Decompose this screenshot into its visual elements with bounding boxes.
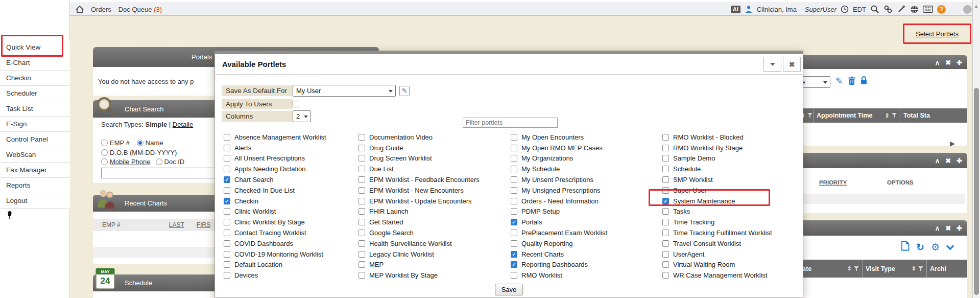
- portlet-option[interactable]: MEP: [358, 260, 511, 270]
- filter-icon[interactable]: [892, 113, 897, 118]
- portlet-option[interactable]: RMO Worklist: [511, 270, 662, 281]
- checkbox-icon[interactable]: [662, 240, 669, 247]
- checkbox-icon[interactable]: [511, 134, 517, 141]
- dialog-collapse-button[interactable]: [763, 57, 781, 72]
- move-icon[interactable]: ✚: [957, 225, 962, 232]
- radio-doc-id[interactable]: Doc ID: [156, 158, 185, 166]
- sidebar-item[interactable]: WebScan: [0, 147, 70, 163]
- checkbox-icon[interactable]: [662, 166, 669, 172]
- checkbox-icon[interactable]: [662, 134, 669, 141]
- collapse-icon[interactable]: ∧: [935, 225, 940, 232]
- appointment-time-column[interactable]: Appointment Time ⇕: [813, 108, 900, 123]
- portlet-option[interactable]: ✓ Recent Charts: [511, 249, 662, 260]
- portlet-option[interactable]: Clinic Worklist By Stage: [224, 217, 358, 227]
- checkbox-icon[interactable]: [358, 230, 365, 236]
- portlet-option[interactable]: Documentation Video: [358, 132, 511, 143]
- portlet-option[interactable]: Sample Demo: [662, 153, 805, 164]
- portlet-option[interactable]: Appts Needing Dictation: [224, 164, 358, 174]
- checkbox-icon[interactable]: [511, 155, 517, 162]
- checkbox-icon[interactable]: [662, 230, 669, 236]
- priority-column[interactable]: PRIORITY: [819, 179, 847, 186]
- portlet-option[interactable]: ✓ Chart Search: [224, 174, 358, 185]
- documents-panel-header[interactable]: ∧ ✖ ✚: [795, 220, 967, 236]
- checkbox-icon[interactable]: [224, 166, 230, 172]
- close-icon[interactable]: ✖: [945, 157, 951, 164]
- clock-icon[interactable]: [841, 5, 849, 13]
- sidebar-item[interactable]: Task List: [0, 101, 70, 117]
- portlet-option[interactable]: My Unsent Prescriptions: [511, 174, 662, 185]
- radio-dob[interactable]: D.O.B (MM-DD-YYYY): [101, 149, 177, 156]
- select-portlets-link[interactable]: Select Portlets: [916, 30, 959, 38]
- gear-icon[interactable]: ⚙: [931, 242, 940, 252]
- checkbox-icon[interactable]: [358, 251, 365, 258]
- portlet-option[interactable]: Alerts: [224, 143, 358, 153]
- checkbox-icon[interactable]: [358, 187, 365, 194]
- sidebar-item[interactable]: Fax Manager: [0, 163, 70, 178]
- keyboard-icon[interactable]: [923, 6, 933, 13]
- portlet-option[interactable]: COVID Dashboards: [224, 238, 358, 249]
- checkbox-icon[interactable]: [358, 145, 365, 151]
- sort-icon[interactable]: ⇕: [912, 265, 916, 272]
- checkbox-icon[interactable]: [224, 187, 230, 194]
- wand-icon[interactable]: [897, 5, 906, 14]
- breadcrumb-orders[interactable]: Orders: [91, 6, 111, 13]
- portlet-option[interactable]: Drug Screen Worklist: [358, 153, 511, 164]
- portlet-option[interactable]: WR Case Management Worklist: [662, 270, 805, 281]
- link-icon[interactable]: [883, 5, 893, 14]
- checkbox-icon[interactable]: [224, 230, 230, 236]
- checkbox-icon[interactable]: [358, 134, 365, 141]
- search-icon[interactable]: [870, 5, 879, 14]
- checkbox-icon[interactable]: [358, 155, 365, 162]
- search-type-simple[interactable]: Simple: [146, 121, 168, 128]
- checkbox-icon[interactable]: [662, 208, 669, 215]
- total-stage-column[interactable]: Total Sta: [900, 108, 967, 123]
- checkbox-icon[interactable]: [511, 208, 517, 215]
- sidebar-item[interactable]: Control Panel: [0, 132, 70, 147]
- checkbox-icon[interactable]: [662, 176, 669, 183]
- portlet-option[interactable]: RMO Worklist - Blocked: [662, 132, 805, 143]
- portlet-option[interactable]: UserAgent: [662, 249, 805, 260]
- close-icon[interactable]: ✖: [945, 225, 951, 232]
- checkbox-icon[interactable]: ✓: [224, 198, 230, 204]
- portlet-option[interactable]: RMO Worklist By Stage: [662, 143, 805, 153]
- checkbox-icon[interactable]: [224, 251, 230, 258]
- dialog-close-button[interactable]: ✖: [783, 57, 801, 72]
- sidebar-item[interactable]: Reports: [0, 178, 70, 193]
- new-document-icon[interactable]: [901, 241, 910, 253]
- portlet-option[interactable]: FHIR Launch: [358, 207, 511, 217]
- checkbox-icon[interactable]: [511, 198, 517, 204]
- radio-mobile-phone[interactable]: Mobile Phone: [101, 158, 151, 166]
- portlet-option[interactable]: Clinic Worklist: [224, 207, 358, 217]
- checkbox-icon[interactable]: [358, 272, 365, 279]
- checkbox-icon[interactable]: [511, 272, 517, 279]
- scrollbar-thumb[interactable]: [974, 88, 979, 295]
- edit-icon[interactable]: ✎: [399, 86, 410, 96]
- home-icon[interactable]: [76, 6, 84, 13]
- checkbox-icon[interactable]: [224, 155, 230, 162]
- portlet-option[interactable]: COVID-19 Monitoring Worklist: [224, 249, 358, 260]
- filter-icon[interactable]: [807, 113, 812, 118]
- checkbox-icon[interactable]: ✓: [511, 219, 517, 225]
- checkbox-icon[interactable]: [511, 145, 517, 151]
- checkbox-icon[interactable]: [662, 145, 669, 151]
- search-type-detailed-link[interactable]: Detaile: [173, 121, 193, 128]
- portlet-option[interactable]: My Unsigned Prescriptions: [511, 185, 662, 196]
- appointments-panel-header[interactable]: ∧ ✖ ✚: [795, 55, 967, 69]
- visit-type-column[interactable]: Visit Type ⇕: [862, 260, 926, 278]
- checkbox-icon[interactable]: [358, 198, 365, 204]
- checkbox-icon[interactable]: [224, 240, 230, 247]
- checkbox-icon[interactable]: [358, 261, 365, 268]
- chart-search-input[interactable]: [101, 168, 229, 178]
- portlet-option[interactable]: MEP Worklist By Stage: [358, 270, 511, 281]
- checkbox-icon[interactable]: ✓: [511, 251, 517, 258]
- checkbox-icon[interactable]: [224, 145, 230, 151]
- portlet-option[interactable]: PrePlacement Exam Worklist: [511, 227, 662, 238]
- chevron-down-icon[interactable]: [946, 242, 954, 250]
- portlet-option[interactable]: ✓ Reporting Dashboards: [511, 260, 662, 270]
- checkbox-icon[interactable]: [511, 187, 517, 194]
- user-name[interactable]: Clinician, Ima: [757, 6, 797, 13]
- close-icon[interactable]: ✖: [945, 59, 951, 65]
- portlet-option[interactable]: Absence Management Worklist: [224, 132, 358, 143]
- portlet-option[interactable]: Health Surveillance Worklist: [358, 238, 511, 249]
- filter-icon[interactable]: [918, 266, 923, 271]
